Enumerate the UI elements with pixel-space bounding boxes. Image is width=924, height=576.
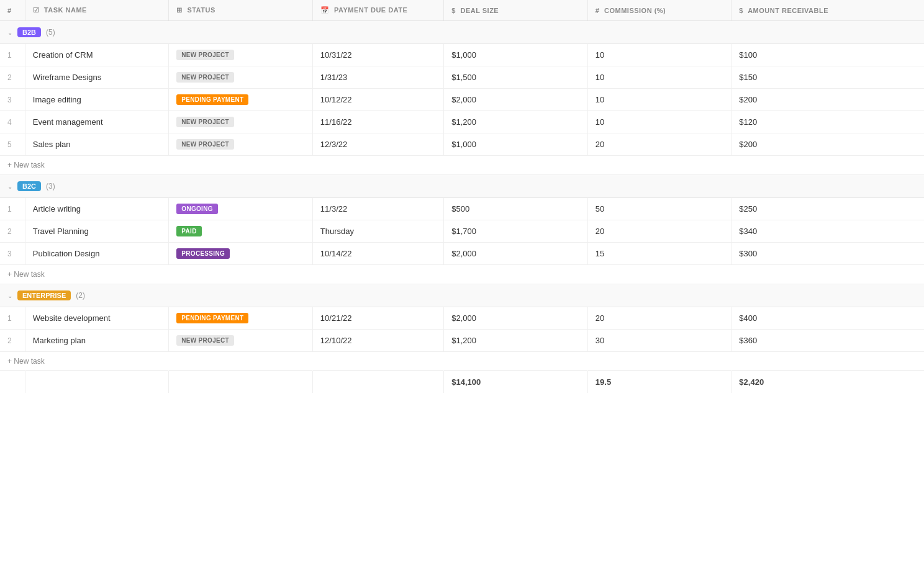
col-header-amount: $ AMOUNT RECEIVABLE: [732, 0, 924, 21]
new-task-row-enterprise[interactable]: + New task: [0, 352, 924, 371]
hash2-icon: #: [596, 7, 600, 14]
row-num: 3: [0, 89, 25, 111]
task-icon: ☑: [33, 6, 40, 14]
table-row: 1 Creation of CRM NEW PROJECT 10/31/22 $…: [0, 44, 924, 66]
task-status: NEW PROJECT: [169, 44, 313, 66]
row-num: 1: [0, 44, 25, 66]
table-header-row: # ☑ TASK NAME ⊞ STATUS 📅 PAYMENT DUE DAT…: [0, 0, 924, 21]
table-row: 3 Image editing PENDING PAYMENT 10/12/22…: [0, 89, 924, 111]
footer-num: [0, 371, 25, 394]
task-deal: $2,000: [444, 89, 588, 111]
task-status: ONGOING: [169, 198, 313, 220]
task-amount: $200: [732, 89, 924, 111]
chevron-icon-b2b[interactable]: ⌄: [7, 29, 12, 36]
task-status: PAID: [169, 220, 313, 243]
new-task-row-b2b[interactable]: + New task: [0, 156, 924, 175]
group-count-enterprise: (2): [76, 291, 85, 300]
table-row: 2 Travel Planning PAID Thursday $1,700 2…: [0, 220, 924, 243]
col-header-status: ⊞ STATUS: [169, 0, 313, 21]
status-badge: PENDING PAYMENT: [176, 94, 248, 105]
task-deal: $2,000: [444, 243, 588, 265]
col-header-task: ☑ TASK NAME: [25, 0, 169, 21]
chevron-icon-b2c[interactable]: ⌄: [7, 183, 12, 190]
footer-deal: $14,100: [444, 371, 588, 394]
row-num: 1: [0, 307, 25, 330]
task-name: Article writing: [25, 198, 169, 220]
task-deal: $1,700: [444, 220, 588, 243]
task-commission: 10: [587, 111, 732, 133]
task-deal: $1,200: [444, 330, 588, 352]
task-date: 12/3/22: [312, 133, 443, 156]
task-status: PENDING PAYMENT: [169, 307, 313, 330]
task-status: NEW PROJECT: [169, 133, 313, 156]
row-num: 3: [0, 243, 25, 265]
status-badge: NEW PROJECT: [176, 72, 234, 83]
task-name: Marketing plan: [25, 330, 169, 352]
task-date: Thursday: [312, 220, 443, 243]
task-status: PROCESSING: [169, 243, 313, 265]
new-task-label-enterprise[interactable]: + New task: [0, 352, 924, 371]
new-task-label-b2c[interactable]: + New task: [0, 265, 924, 284]
hash-icon: #: [7, 7, 12, 14]
task-name: Image editing: [25, 89, 169, 111]
task-amount: $120: [732, 111, 924, 133]
col-header-commission: # COMMISSION (%): [587, 0, 732, 21]
task-commission: 20: [587, 133, 732, 156]
task-date: 1/31/23: [312, 66, 443, 89]
task-date: 10/12/22: [312, 89, 443, 111]
group-count-b2b: (5): [46, 28, 55, 37]
footer-task: [25, 371, 169, 394]
row-num: 2: [0, 220, 25, 243]
dollar2-icon: $: [739, 7, 743, 14]
footer-amount: $2,420: [732, 371, 924, 394]
col-header-date: 📅 PAYMENT DUE DATE: [312, 0, 443, 21]
task-commission: 10: [587, 44, 732, 66]
task-date: 11/16/22: [312, 111, 443, 133]
task-commission: 20: [587, 220, 732, 243]
status-badge: NEW PROJECT: [176, 335, 234, 346]
row-num: 4: [0, 111, 25, 133]
chevron-icon-enterprise[interactable]: ⌄: [7, 292, 12, 299]
table-row: 1 Article writing ONGOING 11/3/22 $500 5…: [0, 198, 924, 220]
task-amount: $340: [732, 220, 924, 243]
task-date: 10/21/22: [312, 307, 443, 330]
task-deal: $1,000: [444, 44, 588, 66]
task-name: Publication Design: [25, 243, 169, 265]
new-task-row-b2c[interactable]: + New task: [0, 265, 924, 284]
dollar-icon: $: [451, 7, 456, 14]
task-name: Creation of CRM: [25, 44, 169, 66]
table-row: 5 Sales plan NEW PROJECT 12/3/22 $1,000 …: [0, 133, 924, 156]
table-row: 2 Wireframe Designs NEW PROJECT 1/31/23 …: [0, 66, 924, 89]
task-deal: $2,000: [444, 307, 588, 330]
group-header-cell-enterprise: ⌄ ENTERPRISE (2): [0, 284, 924, 307]
row-num: 2: [0, 66, 25, 89]
footer-status: [169, 371, 313, 394]
task-status: PENDING PAYMENT: [169, 89, 313, 111]
task-amount: $400: [732, 307, 924, 330]
new-task-label-b2b[interactable]: + New task: [0, 156, 924, 175]
row-num: 2: [0, 330, 25, 352]
task-date: 11/3/22: [312, 198, 443, 220]
task-deal: $1,200: [444, 111, 588, 133]
task-commission: 10: [587, 89, 732, 111]
footer-commission: 19.5: [587, 371, 732, 394]
main-table-container: # ☑ TASK NAME ⊞ STATUS 📅 PAYMENT DUE DAT…: [0, 0, 924, 576]
task-status: NEW PROJECT: [169, 66, 313, 89]
group-header-enterprise: ⌄ ENTERPRISE (2): [0, 284, 924, 307]
task-commission: 10: [587, 66, 732, 89]
task-status: NEW PROJECT: [169, 111, 313, 133]
status-badge: NEW PROJECT: [176, 50, 234, 60]
group-header-b2c: ⌄ B2C (3): [0, 175, 924, 198]
calendar-icon: 📅: [320, 6, 330, 14]
group-badge-b2c: B2C: [17, 181, 41, 191]
status-badge: PAID: [176, 226, 201, 236]
group-count-b2c: (3): [46, 182, 55, 191]
status-icon: ⊞: [176, 6, 183, 14]
table-row: 2 Marketing plan NEW PROJECT 12/10/22 $1…: [0, 330, 924, 352]
status-badge: ONGOING: [176, 204, 217, 214]
task-status: NEW PROJECT: [169, 330, 313, 352]
task-commission: 30: [587, 330, 732, 352]
footer-date: [312, 371, 443, 394]
task-name: Event management: [25, 111, 169, 133]
table-row: 4 Event management NEW PROJECT 11/16/22 …: [0, 111, 924, 133]
